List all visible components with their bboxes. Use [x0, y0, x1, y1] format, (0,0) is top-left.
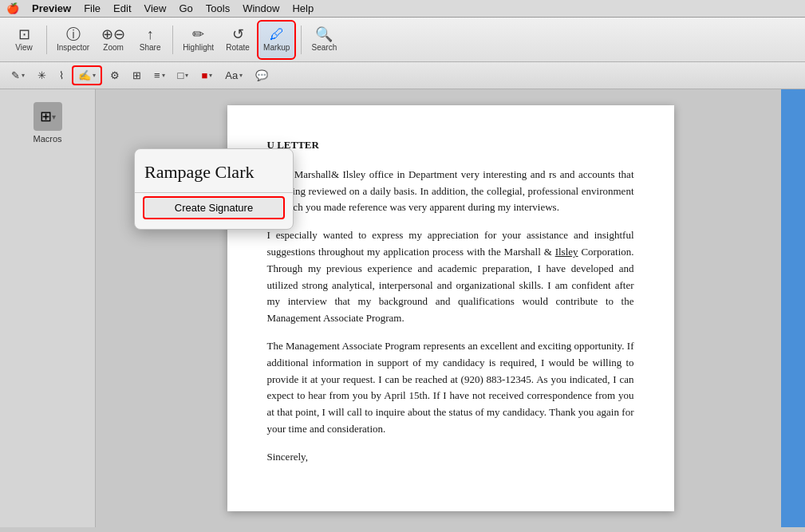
menu-file[interactable]: File	[84, 2, 101, 14]
rotate-label: Rotate	[226, 43, 249, 52]
markup-button[interactable]: 🖊 Markup	[257, 20, 296, 60]
signature-button[interactable]: ✍ ▾	[72, 65, 102, 85]
main-toolbar: ⊡ View ⓘ Inspector ⊕⊖ Zoom ↑ Share ✏ Hig…	[0, 18, 805, 62]
color-icon: ■	[201, 69, 207, 81]
doc-closing: Sincerely,	[267, 449, 634, 466]
menu-tools[interactable]: Tools	[206, 2, 230, 14]
signature-item[interactable]: Rampage Clark	[135, 156, 293, 189]
macos-menubar: 🍎 Preview File Edit View Go Tools Window…	[0, 0, 805, 18]
doc-title: U LETTER	[267, 137, 634, 154]
speech-button[interactable]: 💬	[251, 67, 273, 84]
document: U LETTER at the Marshall& Ilsley office …	[227, 105, 674, 511]
divider-2	[172, 26, 173, 54]
color-arrow: ▾	[209, 72, 212, 79]
adjust-button[interactable]: ⚙	[105, 67, 124, 84]
share-label: Share	[140, 43, 161, 52]
lines-arrow: ▾	[162, 72, 165, 79]
inspector-button[interactable]: ⓘ Inspector	[52, 20, 94, 60]
font-button[interactable]: Aa ▾	[220, 67, 247, 84]
rotate-button[interactable]: ↺ Rotate	[220, 20, 255, 60]
view-label: View	[15, 43, 33, 52]
rotate-icon: ↺	[232, 27, 244, 41]
lasso-button[interactable]: ⌇	[54, 67, 69, 84]
menu-view[interactable]: View	[144, 2, 167, 14]
menu-go[interactable]: Go	[179, 2, 192, 14]
divider-3	[301, 26, 302, 54]
lines-icon: ≡	[154, 69, 160, 81]
draw-icon: ✎	[11, 69, 20, 81]
signature-image: Rampage Clark	[144, 162, 254, 183]
star-icon: ✳	[37, 69, 46, 81]
inspector-label: Inspector	[57, 43, 89, 52]
star-button[interactable]: ✳	[33, 67, 51, 84]
apple-menu[interactable]: 🍎	[6, 2, 19, 14]
app-name[interactable]: Preview	[32, 2, 71, 14]
share-icon: ↑	[147, 27, 154, 41]
lines-button[interactable]: ≡ ▾	[149, 67, 170, 84]
signature-arrow: ▾	[93, 72, 96, 79]
doc-body: at the Marshall& Ilsley office in Depart…	[267, 167, 634, 466]
view-button[interactable]: ⊡ View	[6, 20, 41, 60]
lasso-icon: ⌇	[59, 69, 64, 81]
menu-edit[interactable]: Edit	[113, 2, 131, 14]
highlight-label: Highlight	[183, 43, 214, 52]
menu-help[interactable]: Help	[292, 2, 314, 14]
macros-label: Macros	[33, 134, 61, 144]
border-button[interactable]: □ ▾	[173, 67, 194, 84]
markup-label: Markup	[263, 43, 290, 52]
draw-button[interactable]: ✎ ▾	[6, 67, 30, 84]
search-button[interactable]: 🔍 Search	[306, 20, 341, 60]
zoom-label: Zoom	[103, 43, 124, 52]
view-icon: ⊡	[18, 27, 30, 41]
draw-arrow: ▾	[22, 72, 25, 79]
border-arrow: ▾	[185, 72, 188, 79]
markup-toolbar: ✎ ▾ ✳ ⌇ ✍ ▾ ⚙ ⊞ ≡ ▾ □ ▾ ■ ▾	[0, 62, 805, 89]
highlight-button[interactable]: ✏ Highlight	[178, 20, 219, 60]
main-area: ⊞ ▾ Macros U LETTER at the Marshall& Ils…	[0, 89, 805, 527]
adjust-icon: ⚙	[110, 69, 120, 81]
divider-1	[46, 26, 47, 54]
menu-window[interactable]: Window	[243, 2, 279, 14]
highlight-icon: ✏	[192, 27, 204, 41]
speech-icon: 💬	[255, 69, 268, 81]
zoom-button[interactable]: ⊕⊖ Zoom	[96, 20, 131, 60]
color-button[interactable]: ■ ▾	[196, 67, 217, 84]
macros-icon: ⊞ ▾	[34, 102, 62, 131]
search-icon: 🔍	[315, 27, 333, 41]
macros-button[interactable]: ⊞ ▾ Macros	[26, 96, 68, 150]
layout-icon: ⊞	[132, 69, 141, 81]
font-icon: Aa	[225, 69, 238, 81]
markup-icon: 🖊	[270, 27, 284, 41]
doc-para2: I especially wanted to express my apprec…	[267, 227, 634, 327]
share-button[interactable]: ↑ Share	[132, 20, 168, 60]
signature-icon: ✍	[78, 69, 91, 81]
font-arrow: ▾	[239, 72, 243, 79]
layout-button[interactable]: ⊞	[128, 67, 146, 84]
zoom-icon: ⊕⊖	[101, 27, 125, 41]
left-panel: ⊞ ▾ Macros	[0, 89, 96, 527]
sig-separator	[135, 192, 293, 193]
doc-para1: at the Marshall& Ilsley office in Depart…	[267, 167, 634, 216]
scrollbar[interactable]	[781, 89, 805, 527]
inspector-icon: ⓘ	[66, 27, 81, 41]
ilsley-link[interactable]: Ilsley	[555, 246, 578, 258]
doc-para3: The Management Associate Program represe…	[267, 338, 634, 438]
border-icon: □	[178, 69, 184, 81]
signature-dropdown: Rampage Clark Create Signature	[134, 148, 294, 230]
create-signature-button[interactable]: Create Signature	[143, 196, 285, 219]
search-label: Search	[312, 43, 337, 52]
